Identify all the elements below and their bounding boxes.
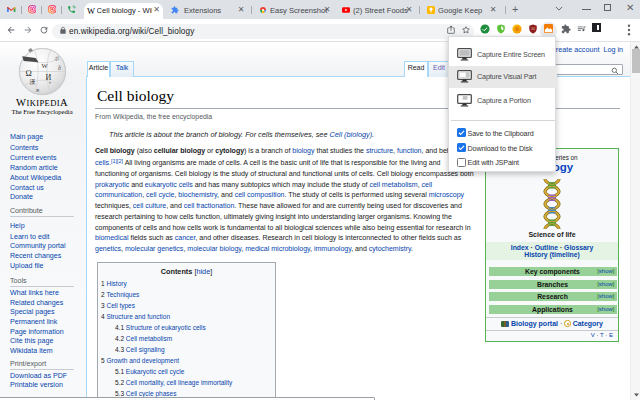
svg-text:W: W bbox=[42, 62, 49, 69]
svg-text:漢: 漢 bbox=[30, 79, 36, 85]
svg-text:ボ: ボ bbox=[54, 56, 59, 61]
svg-text:ð: ð bbox=[58, 65, 61, 71]
svg-text:ค: ค bbox=[36, 88, 39, 93]
svg-text:Ω: Ω bbox=[26, 68, 32, 78]
svg-text:י: י bbox=[49, 80, 51, 87]
svg-text:10: 10 bbox=[531, 27, 535, 31]
